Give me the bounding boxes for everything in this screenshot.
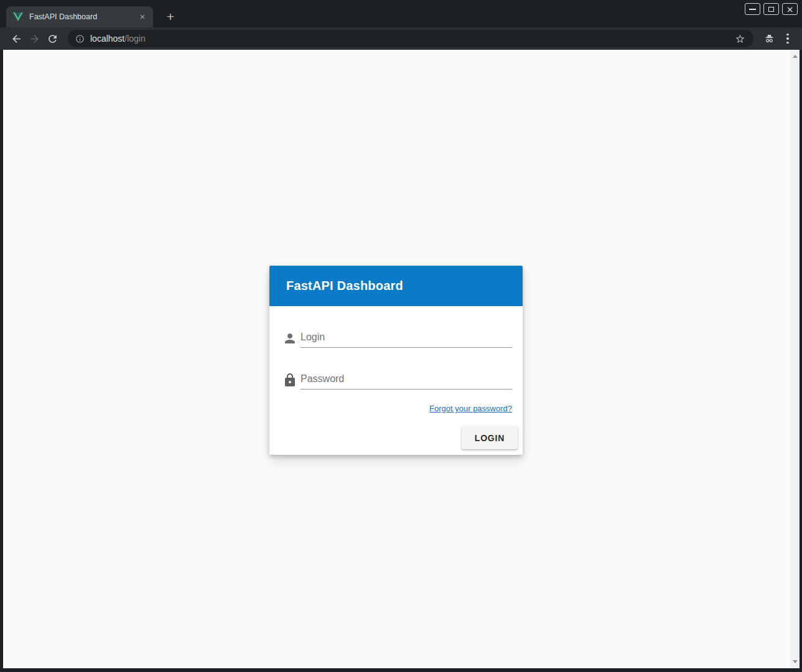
maximize-icon [768, 7, 774, 12]
new-tab-button[interactable]: + [162, 8, 179, 26]
browser-window: FastAPI Dashboard × + × localhost/login [0, 0, 802, 668]
browser-toolbar: localhost/login [0, 27, 802, 50]
login-card: FastAPI Dashboard Forgot your password? … [269, 266, 523, 455]
reload-icon [47, 33, 58, 45]
vue-logo-favicon [13, 12, 23, 22]
bookmark-star-button[interactable] [732, 31, 747, 46]
page-content: FastAPI Dashboard Forgot your password? … [3, 50, 800, 668]
tab-close-button[interactable]: × [137, 11, 148, 22]
star-outline-icon [735, 34, 745, 44]
incognito-icon [763, 32, 776, 45]
back-arrow-icon [11, 33, 22, 45]
login-card-header: FastAPI Dashboard [269, 266, 523, 306]
window-minimize-button[interactable] [745, 3, 760, 15]
login-card-title: FastAPI Dashboard [286, 279, 403, 293]
password-field-row [282, 370, 512, 390]
incognito-profile-button[interactable] [760, 29, 778, 48]
forward-button[interactable] [26, 30, 44, 48]
tab-title: FastAPI Dashboard [29, 12, 137, 21]
lock-icon [282, 373, 297, 388]
scrollbar-up-arrow[interactable] [790, 51, 800, 61]
url-text: localhost/login [90, 34, 732, 44]
url-path: /login [124, 34, 145, 44]
browser-menu-button[interactable] [778, 29, 797, 48]
window-maximize-button[interactable] [763, 3, 779, 15]
login-input[interactable] [301, 332, 512, 348]
scrollbar-down-arrow[interactable] [790, 657, 800, 667]
address-bar[interactable]: localhost/login [68, 30, 753, 47]
back-button[interactable] [7, 30, 26, 48]
forward-arrow-icon [29, 33, 40, 45]
url-host: localhost [90, 34, 124, 44]
browser-tab[interactable]: FastAPI Dashboard × [6, 6, 153, 27]
minimize-icon [749, 9, 756, 10]
kebab-menu-icon [786, 34, 789, 44]
reload-button[interactable] [44, 30, 62, 48]
window-controls: × [745, 3, 798, 15]
site-info-icon[interactable] [75, 34, 85, 44]
password-input[interactable] [301, 373, 512, 390]
scrollbar[interactable] [790, 50, 800, 668]
tab-strip: FastAPI Dashboard × + × [0, 0, 802, 27]
person-icon [282, 331, 297, 346]
forgot-password-row: Forgot your password? [269, 403, 512, 414]
login-field-row [282, 329, 512, 348]
login-button[interactable]: LOGIN [462, 426, 518, 449]
forgot-password-link[interactable]: Forgot your password? [429, 404, 512, 413]
window-close-button[interactable]: × [782, 3, 798, 15]
